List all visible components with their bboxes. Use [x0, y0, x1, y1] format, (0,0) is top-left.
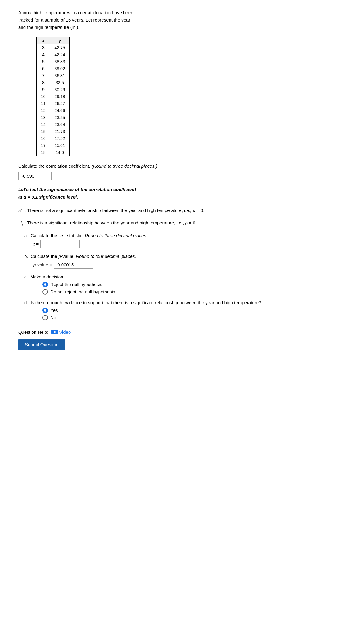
table-row: 442.24 [37, 51, 70, 58]
ha-hypothesis: Ha : There is a significant relationship… [18, 219, 346, 227]
data-table: x y 342.75442.24538.83639.02736.31833.59… [36, 37, 70, 156]
table-row: 1126.27 [37, 100, 70, 107]
col-header-x: x [37, 37, 50, 44]
part-c: c. Make a decision. Reject the null hypo… [24, 274, 346, 295]
yes-radio[interactable] [42, 308, 48, 313]
pval-equals-label: p-value = [33, 262, 52, 267]
table-cell-x: 6 [37, 65, 50, 72]
table-cell-y: 33.5 [50, 79, 69, 86]
table-cell-x: 7 [37, 72, 50, 79]
submit-button[interactable]: Submit Question [18, 339, 65, 350]
yes-label: Yes [50, 308, 58, 313]
part-a-italic: Round to three decimal places. [85, 233, 147, 238]
table-cell-x: 4 [37, 51, 50, 58]
table-row: 736.31 [37, 72, 70, 79]
not-reject-label: Do not reject the null hypothesis. [50, 289, 116, 294]
table-cell-x: 14 [37, 121, 50, 128]
intro-paragraph: Annual high temperatures in a certain lo… [18, 9, 346, 31]
part-c-label: c. Make a decision. [24, 274, 346, 279]
table-row: 1814.6 [37, 149, 70, 156]
help-label: Question Help: [18, 330, 48, 335]
table-row: 1224.66 [37, 107, 70, 114]
table-cell-x: 11 [37, 100, 50, 107]
part-b-label: b. Calculate the p-value. Round to four … [24, 254, 346, 259]
table-row: 639.02 [37, 65, 70, 72]
submit-area: Submit Question [18, 335, 346, 350]
table-cell-x: 10 [37, 93, 50, 100]
table-cell-y: 26.27 [50, 100, 69, 107]
video-icon [51, 330, 58, 334]
table-cell-x: 3 [37, 44, 50, 51]
part-c-options: Reject the null hypothesis. Do not rejec… [42, 282, 346, 295]
table-cell-x: 13 [37, 114, 50, 121]
table-row: 1323.45 [37, 114, 70, 121]
table-cell-y: 17.52 [50, 135, 69, 142]
part-a: a. Calculate the test statistic. Round t… [24, 233, 346, 248]
intro-line2: tracked for a sample of 16 years. Let re… [18, 16, 346, 24]
reject-radio[interactable] [42, 282, 48, 287]
no-label: No [50, 315, 56, 320]
table-row: 1521.73 [37, 128, 70, 135]
part-a-label: a. Calculate the test statistic. Round t… [24, 233, 346, 238]
t-input[interactable] [40, 240, 80, 248]
table-cell-y: 24.66 [50, 107, 69, 114]
part-d-label: d. Is there enough evidence to support t… [24, 300, 346, 305]
table-cell-y: 30.29 [50, 86, 69, 93]
table-row: 930.29 [37, 86, 70, 93]
table-cell-x: 12 [37, 107, 50, 114]
part-b: b. Calculate the p-value. Round to four … [24, 254, 346, 269]
h0-hypothesis: H0 : There is not a significant relation… [18, 207, 346, 215]
not-reject-option[interactable]: Do not reject the null hypothesis. [42, 289, 346, 295]
intro-line3: and the high temperature (in ). [18, 24, 346, 31]
table-row: 342.75 [37, 44, 70, 51]
not-reject-radio[interactable] [42, 289, 48, 295]
table-row: 1423.64 [37, 121, 70, 128]
yes-option[interactable]: Yes [42, 308, 346, 313]
table-row: 1715.61 [37, 142, 70, 149]
table-cell-y: 36.31 [50, 72, 69, 79]
table-row: 833.5 [37, 79, 70, 86]
corr-instruction-italic: (Round to three decimal places.) [92, 163, 157, 169]
question-help: Question Help: Video [18, 330, 346, 335]
table-cell-y: 38.83 [50, 58, 69, 65]
part-b-italic: Round to four decimal places. [76, 254, 136, 259]
part-d: d. Is there enough evidence to support t… [24, 300, 346, 320]
table-cell-x: 9 [37, 86, 50, 93]
table-cell-x: 17 [37, 142, 50, 149]
table-cell-x: 18 [37, 149, 50, 156]
table-row: 538.83 [37, 58, 70, 65]
video-label: Video [59, 330, 71, 335]
table-cell-x: 15 [37, 128, 50, 135]
table-cell-y: 21.73 [50, 128, 69, 135]
table-cell-x: 5 [37, 58, 50, 65]
table-cell-y: 14.6 [50, 149, 69, 156]
part-d-options: Yes No [42, 308, 346, 320]
table-cell-y: 39.02 [50, 65, 69, 72]
corr-section: Calculate the correlation coefficient. (… [18, 162, 346, 180]
table-row: 1029.18 [37, 93, 70, 100]
table-cell-y: 23.45 [50, 114, 69, 121]
intro-line1: Annual high temperatures in a certain lo… [18, 9, 346, 16]
no-radio[interactable] [42, 315, 48, 320]
table-cell-y: 42.24 [50, 51, 69, 58]
table-cell-y: 23.64 [50, 121, 69, 128]
corr-input[interactable] [18, 172, 52, 180]
pval-input[interactable] [54, 261, 93, 269]
table-row: 1617.52 [37, 135, 70, 142]
table-cell-y: 29.18 [50, 93, 69, 100]
no-option[interactable]: No [42, 315, 346, 320]
t-equals-label: t = [33, 241, 39, 247]
table-cell-x: 8 [37, 79, 50, 86]
significance-heading: Let's test the significance of the corre… [18, 186, 346, 201]
corr-instruction: Calculate the correlation coefficient. (… [18, 162, 346, 170]
col-header-y: y [50, 37, 69, 44]
significance-section: Let's test the significance of the corre… [18, 186, 346, 201]
reject-label: Reject the null hypothesis. [50, 282, 103, 287]
table-cell-x: 16 [37, 135, 50, 142]
table-cell-y: 15.61 [50, 142, 69, 149]
video-link[interactable]: Video [51, 330, 71, 335]
reject-option[interactable]: Reject the null hypothesis. [42, 282, 346, 287]
table-cell-y: 42.75 [50, 44, 69, 51]
